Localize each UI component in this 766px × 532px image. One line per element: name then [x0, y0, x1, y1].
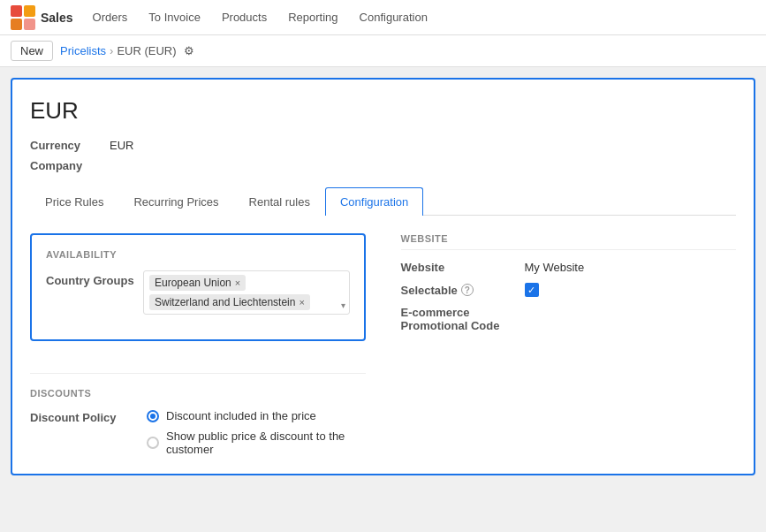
sales-logo-icon	[11, 5, 35, 30]
tab-recurring-prices[interactable]: Recurring Prices	[118, 187, 233, 216]
breadcrumb: Pricelists › EUR (EUR) ⚙	[60, 44, 194, 57]
breadcrumb-current: EUR (EUR)	[117, 44, 176, 57]
discounts-title: DISCOUNTS	[30, 388, 366, 399]
radio-option-included[interactable]: Discount included in the price	[147, 409, 366, 422]
gear-icon[interactable]: ⚙	[184, 44, 194, 57]
new-button[interactable]: New	[11, 41, 53, 61]
selectable-checkbox[interactable]: ✓	[525, 283, 539, 297]
tab-rental-rules[interactable]: Rental rules	[234, 187, 325, 216]
country-groups-field: Country Groups European Union × Switzerl…	[46, 270, 350, 315]
discounts-section: DISCOUNTS Discount Policy Discount inclu…	[30, 359, 366, 456]
tag-swiss-label: Switzerland and Liechtenstein	[155, 296, 295, 308]
website-label: Website	[401, 261, 525, 274]
tab-content: AVAILABILITY Country Groups European Uni…	[30, 216, 736, 456]
availability-section: AVAILABILITY Country Groups European Uni…	[30, 233, 366, 341]
dropdown-arrow-icon[interactable]: ▾	[341, 300, 345, 310]
discount-policy-options: Discount included in the price Show publ…	[147, 409, 366, 456]
tag-european-union: European Union ×	[149, 275, 246, 291]
website-field-row: Website My Website	[401, 261, 737, 274]
website-title: WEBSITE	[401, 233, 737, 250]
breadcrumb-separator: ›	[110, 44, 113, 57]
app-name: Sales	[41, 11, 73, 25]
currency-value: EUR	[110, 139, 133, 152]
tab-bar: Price Rules Recurring Prices Rental rule…	[30, 186, 736, 216]
discounts-divider	[30, 373, 366, 374]
main-content: EUR Currency EUR Company Price Rules Rec…	[11, 78, 755, 475]
discount-policy-label: Discount Policy	[30, 409, 136, 424]
breadcrumb-bar: New Pricelists › EUR (EUR) ⚙	[0, 35, 766, 67]
top-navigation: Sales Orders To Invoice Products Reporti…	[0, 0, 766, 35]
currency-label: Currency	[30, 139, 110, 152]
nav-reporting[interactable]: Reporting	[279, 7, 346, 27]
country-groups-label: Country Groups	[46, 270, 143, 287]
tag-eu-remove[interactable]: ×	[235, 277, 240, 288]
radio-included-input[interactable]	[147, 410, 159, 422]
tag-eu-label: European Union	[155, 277, 231, 289]
radio-included-dot	[150, 414, 155, 419]
ecommerce-line1: E-commerce	[401, 306, 525, 319]
website-section: WEBSITE Website My Website Selectable ? …	[401, 233, 737, 456]
selectable-field-row: Selectable ? ✓	[401, 283, 737, 297]
currency-field-row: Currency EUR	[30, 139, 736, 152]
ecommerce-field-row: E-commerce Promotional Code	[401, 306, 737, 332]
svg-rect-2	[11, 19, 22, 30]
company-field-row: Company	[30, 159, 736, 172]
ecommerce-label: E-commerce Promotional Code	[401, 306, 525, 332]
tag-switzerland: Switzerland and Liechtenstein ×	[149, 294, 310, 310]
radio-show-public-label: Show public price & discount to the cust…	[166, 429, 366, 456]
selectable-help-icon[interactable]: ?	[461, 284, 474, 296]
app-logo[interactable]: Sales	[11, 5, 73, 30]
svg-rect-1	[24, 5, 35, 17]
svg-rect-0	[11, 5, 22, 17]
nav-products[interactable]: Products	[213, 7, 276, 27]
country-groups-input[interactable]: European Union × Switzerland and Liechte…	[143, 270, 350, 315]
tab-price-rules[interactable]: Price Rules	[30, 187, 118, 216]
availability-title: AVAILABILITY	[46, 249, 350, 260]
tag-swiss-remove[interactable]: ×	[299, 297, 304, 308]
company-label: Company	[30, 159, 110, 172]
radio-included-label: Discount included in the price	[166, 409, 316, 422]
radio-show-public-input[interactable]	[147, 437, 159, 449]
ecommerce-line2: Promotional Code	[401, 319, 525, 332]
nav-configuration[interactable]: Configuration	[351, 7, 436, 27]
nav-to-invoice[interactable]: To Invoice	[140, 7, 209, 27]
radio-option-show-public[interactable]: Show public price & discount to the cust…	[147, 429, 366, 456]
check-symbol: ✓	[527, 285, 535, 296]
discount-policy-row: Discount Policy Discount included in the…	[30, 409, 366, 456]
selectable-label-container: Selectable ?	[401, 284, 525, 297]
website-value: My Website	[525, 261, 585, 274]
svg-rect-3	[24, 19, 35, 30]
breadcrumb-parent[interactable]: Pricelists	[60, 44, 106, 57]
record-title: EUR	[30, 97, 736, 125]
selectable-label-text: Selectable	[401, 284, 458, 297]
left-column: AVAILABILITY Country Groups European Uni…	[30, 233, 366, 456]
tab-configuration[interactable]: Configuration	[325, 187, 423, 216]
nav-orders[interactable]: Orders	[84, 7, 137, 27]
